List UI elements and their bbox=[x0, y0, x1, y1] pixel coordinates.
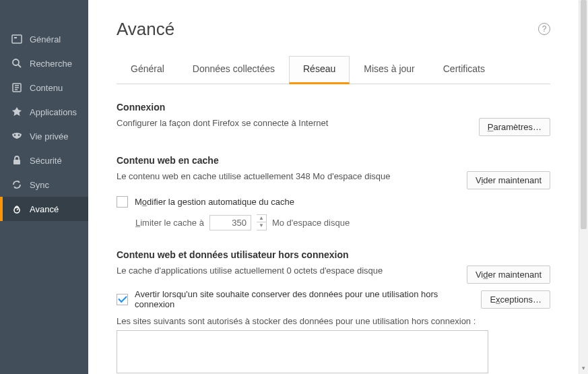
sidebar-item-advanced[interactable]: Avancé bbox=[0, 197, 88, 221]
cache-limit-input[interactable] bbox=[209, 215, 251, 230]
sidebar-item-sync[interactable]: Sync bbox=[0, 173, 88, 197]
offline-exceptions-button[interactable]: Exceptions… bbox=[481, 290, 550, 309]
page-title: Avancé bbox=[117, 19, 550, 40]
sidebar-item-security[interactable]: Sécurité bbox=[0, 148, 88, 173]
svg-line-3 bbox=[18, 65, 21, 67]
sidebar-item-label: Avancé bbox=[30, 204, 59, 214]
sidebar-item-privacy[interactable]: Vie privée bbox=[0, 124, 88, 148]
tab-network[interactable]: Réseau bbox=[289, 56, 350, 84]
cache-clear-button[interactable]: Vider maintenant bbox=[467, 171, 550, 189]
content-icon bbox=[11, 82, 23, 94]
connection-settings-button[interactable]: Paramètres… bbox=[479, 118, 550, 136]
cache-override-checkbox[interactable] bbox=[117, 196, 128, 208]
offline-notify-label: Avertir lorsqu'un site souhaite conserve… bbox=[135, 289, 470, 309]
connection-desc: Configurer la façon dont Firefox se conn… bbox=[117, 118, 328, 128]
lock-icon bbox=[11, 154, 23, 166]
cache-override-label: Modifier la gestion automatique du cache bbox=[135, 197, 294, 207]
tab-certificates[interactable]: Certificats bbox=[429, 56, 499, 84]
tab-data-collected[interactable]: Données collectées bbox=[178, 56, 289, 84]
svg-line-12 bbox=[17, 209, 18, 210]
sidebar-item-search[interactable]: Recherche bbox=[0, 51, 88, 75]
cache-desc: Le contenu web en cache utilise actuelle… bbox=[117, 171, 390, 181]
svg-rect-1 bbox=[14, 37, 17, 38]
offline-desc: Le cache d'applications utilise actuelle… bbox=[117, 266, 383, 276]
privacy-mask-icon bbox=[11, 130, 23, 142]
sidebar-item-content[interactable]: Contenu bbox=[0, 75, 88, 100]
applications-icon bbox=[11, 106, 23, 118]
sidebar-item-applications[interactable]: Applications bbox=[0, 100, 88, 124]
section-connection: Connexion Configurer la façon dont Firef… bbox=[117, 102, 550, 136]
main-panel: ? Avancé Général Données collectées Rése… bbox=[88, 0, 579, 374]
sync-icon bbox=[11, 179, 23, 191]
section-offline: Contenu web et données utilisateur hors … bbox=[117, 249, 550, 374]
sidebar-item-label: Sécurité bbox=[30, 156, 62, 166]
search-icon bbox=[11, 57, 23, 69]
offline-allowed-sites-list[interactable] bbox=[117, 330, 488, 373]
sidebar-item-general[interactable]: Général bbox=[0, 27, 88, 51]
window-scrollbar[interactable]: ▴ ▾ bbox=[579, 0, 588, 374]
tab-general[interactable]: Général bbox=[117, 56, 178, 84]
advanced-icon bbox=[11, 203, 23, 215]
sidebar-item-label: Contenu bbox=[30, 83, 63, 93]
svg-point-9 bbox=[18, 134, 20, 136]
offline-title: Contenu web et données utilisateur hors … bbox=[117, 249, 550, 260]
cache-title: Contenu web en cache bbox=[117, 155, 550, 166]
svg-point-8 bbox=[14, 134, 16, 136]
sidebar: Général Recherche Contenu Applications V… bbox=[0, 0, 88, 374]
general-icon bbox=[11, 33, 23, 45]
offline-notify-checkbox[interactable] bbox=[117, 294, 128, 305]
cache-limit-prefix: Limiter le cache à bbox=[135, 218, 204, 228]
sub-tabs: Général Données collectées Réseau Mises … bbox=[117, 56, 550, 84]
svg-point-2 bbox=[13, 59, 19, 65]
sidebar-item-label: Sync bbox=[30, 180, 49, 190]
svg-rect-10 bbox=[13, 160, 20, 164]
section-cache: Contenu web en cache Le contenu web en c… bbox=[117, 155, 550, 230]
sidebar-item-label: Général bbox=[30, 34, 61, 44]
sidebar-item-label: Applications bbox=[30, 107, 77, 117]
cache-limit-spinner[interactable]: ▲▼ bbox=[257, 214, 267, 230]
svg-rect-0 bbox=[12, 35, 22, 43]
sidebar-item-label: Recherche bbox=[30, 59, 72, 69]
connection-title: Connexion bbox=[117, 102, 550, 113]
help-icon[interactable]: ? bbox=[538, 23, 550, 35]
cache-limit-suffix: Mo d'espace disque bbox=[272, 218, 350, 228]
tab-updates[interactable]: Mises à jour bbox=[350, 56, 428, 84]
sidebar-item-label: Vie privée bbox=[30, 131, 69, 142]
offline-clear-button[interactable]: Vider maintenant bbox=[467, 266, 550, 284]
offline-allowed-desc: Les sites suivants sont autorisés à stoc… bbox=[117, 316, 550, 326]
